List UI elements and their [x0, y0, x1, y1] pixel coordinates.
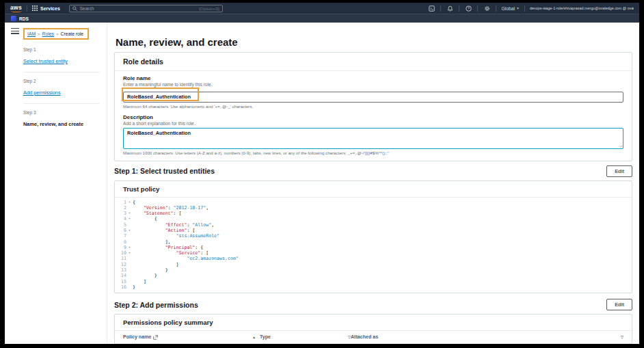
step1-title: Step 1: Select trusted entities	[114, 167, 215, 175]
search-icon	[72, 5, 78, 11]
fold-marker-icon[interactable]: ▾	[126, 250, 133, 256]
fold-marker-icon	[126, 262, 133, 267]
permissions-summary-card: Permissions policy summary Policy name ▲…	[114, 314, 632, 344]
column-attached-as: Attached as ▽	[351, 334, 623, 340]
description-textarea[interactable]: RoleBased_Authentication	[123, 128, 623, 149]
favorite-rds-link[interactable]: RDS	[19, 16, 29, 21]
region-selector[interactable]: Global ▼	[501, 6, 520, 11]
line-number: 3	[115, 211, 126, 216]
role-name-hint: Enter a meaningful name to identify this…	[123, 82, 623, 87]
description-label: Description	[123, 114, 623, 120]
divider	[440, 5, 441, 12]
role-details-header: Role details	[115, 53, 632, 71]
line-number: 5	[115, 222, 126, 228]
breadcrumb-current-page: Create role	[61, 31, 84, 36]
line-number: 11	[115, 256, 126, 261]
edit-trusted-entities-button[interactable]: Edit	[606, 165, 632, 177]
policy-name-header-label: Policy name	[123, 334, 151, 340]
fold-marker-icon	[126, 239, 133, 245]
code-text: }	[133, 284, 135, 290]
trust-policy-card: Trust policy 1▾{2 "Version": "2012-10-17…	[114, 180, 632, 294]
breadcrumb: IAM > Roles > Create role	[23, 28, 89, 40]
fold-marker-icon	[126, 205, 133, 211]
content-area: IAM > Roles > Create role Step 1 Select …	[5, 23, 639, 344]
main-panel: Name, review, and create Role details Ro…	[107, 23, 639, 344]
divider	[27, 5, 27, 12]
line-number: 10	[115, 250, 126, 256]
region-label: Global	[501, 6, 515, 11]
sort-ascending-icon[interactable]: ▲	[252, 335, 256, 339]
line-number: 12	[115, 262, 126, 267]
divider	[459, 5, 459, 12]
step-number: Step 2	[23, 79, 100, 83]
services-menu[interactable]: Services	[32, 5, 60, 12]
code-text: "ec2.amazonaws.com"	[133, 256, 239, 261]
wizard-step-1: Step 1 Select trusted entity	[23, 47, 100, 66]
step-current-name-review-create: Name, review, and create	[23, 121, 83, 127]
aws-logo[interactable]: aws	[10, 4, 22, 12]
wizard-step-3: Step 3 Name, review, and create	[23, 110, 100, 129]
code-line: 3▾ "Statement": [	[115, 211, 632, 216]
code-text: "Principal": {	[133, 245, 203, 250]
code-line: 5 "Effect": "Allow",	[115, 222, 632, 228]
code-text: ]	[133, 262, 179, 267]
fold-marker-icon	[126, 267, 133, 273]
code-text: "sts:AssumeRole"	[133, 233, 219, 239]
edit-permissions-button[interactable]: Edit	[606, 299, 632, 310]
step-number: Step 1	[23, 47, 100, 52]
step-link-add-permissions[interactable]: Add permissions	[23, 90, 61, 96]
step-link-select-trusted-entity[interactable]: Select trusted entity	[23, 58, 68, 64]
code-text: "Service": [	[133, 250, 209, 256]
fold-marker-icon[interactable]: ▾	[126, 211, 133, 216]
type-header-label: Type	[260, 334, 271, 340]
wizard-sidebar: IAM > Roles > Create role Step 1 Select …	[5, 23, 107, 344]
search-input[interactable]	[80, 6, 198, 11]
code-text: {	[133, 216, 157, 222]
fold-marker-icon	[126, 233, 133, 239]
external-link-icon	[153, 335, 158, 340]
trust-policy-code: 1▾{2 "Version": "2012-10-17",3▾ "Stateme…	[115, 198, 632, 293]
search-shortcut-hint: [Option+S]	[199, 6, 219, 11]
code-text: "Effect": "Allow",	[133, 222, 214, 228]
code-line: 15 ]	[115, 279, 632, 284]
fold-marker-icon[interactable]: ▾	[126, 216, 133, 222]
code-line: 14 }	[115, 273, 632, 278]
chevron-down-icon: ▼	[516, 6, 520, 10]
console-window: aws Services [Option+S] ?	[5, 3, 639, 344]
top-nav-right-group: ? Global ▼ devops-stage-1-role/shivapras…	[427, 4, 634, 12]
code-text: }	[133, 273, 157, 278]
fold-marker-icon[interactable]: ▾	[126, 245, 133, 250]
account-menu[interactable]: devops-stage-1-role/shivaprasad.mergu@ov…	[530, 6, 634, 10]
code-line: 8 ],	[115, 239, 632, 245]
global-search[interactable]: [Option+S]	[69, 5, 223, 12]
role-name-input[interactable]	[123, 92, 623, 103]
fold-marker-icon[interactable]: ▾	[126, 200, 133, 205]
settings-gear-icon[interactable]	[483, 4, 491, 12]
step2-title: Step 2: Add permissions	[114, 301, 198, 309]
filter-icon[interactable]: ▽	[621, 335, 623, 339]
column-type: Type ▽	[260, 334, 351, 340]
line-number: 4	[115, 216, 126, 222]
fold-marker-icon	[126, 284, 133, 290]
code-line: 6▾ "Action": [	[115, 228, 632, 233]
cloudshell-icon[interactable]	[427, 4, 435, 12]
fold-marker-icon	[126, 222, 133, 228]
breadcrumb-iam-link[interactable]: IAM	[27, 31, 36, 36]
help-icon[interactable]: ?	[464, 4, 472, 12]
wizard-steps: Step 1 Select trusted entity Step 2 Add …	[23, 47, 107, 129]
divider	[477, 5, 478, 12]
notifications-bell-icon[interactable]	[446, 4, 454, 12]
fold-marker-icon	[126, 273, 133, 278]
role-details-card: Role details Role name Enter a meaningfu…	[114, 52, 632, 161]
line-number: 7	[115, 233, 126, 239]
breadcrumb-roles-link[interactable]: Roles	[42, 31, 54, 36]
column-policy-name[interactable]: Policy name ▲	[123, 334, 260, 340]
line-number: 1	[115, 200, 126, 205]
code-line: 13 }	[115, 267, 632, 273]
line-number: 16	[115, 284, 126, 290]
fold-marker-icon[interactable]: ▾	[126, 228, 133, 233]
breadcrumb-separator: >	[56, 32, 59, 36]
permissions-summary-header: Permissions policy summary	[115, 314, 632, 331]
line-number: 15	[115, 279, 126, 284]
code-line: 9▾ "Principal": {	[115, 245, 632, 250]
